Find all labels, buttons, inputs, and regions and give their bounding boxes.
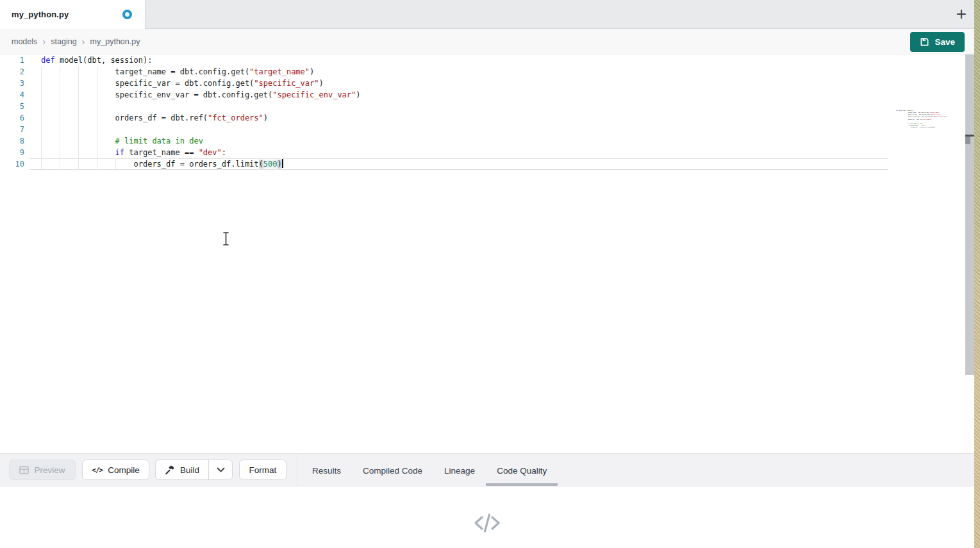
code-token: ) — [310, 67, 314, 76]
indent-guide — [41, 124, 42, 135]
indent-guide — [78, 89, 79, 101]
indent-guide — [97, 78, 97, 89]
code-token: ( — [259, 160, 263, 169]
code-token: ) — [277, 160, 281, 169]
build-button[interactable]: Build — [156, 460, 209, 479]
code-line[interactable]: 3 specific_var = dbt.config.get("specifi… — [0, 78, 974, 89]
indent-guide — [41, 112, 42, 124]
minimap[interactable]: def model(dbt, session): target_name = d… — [896, 110, 967, 161]
file-tab-my-python[interactable]: my_python.py — [0, 0, 145, 29]
code-token: if — [115, 148, 124, 157]
desktop-wallpaper-strip — [974, 0, 980, 548]
panel-tab-compiled-code[interactable]: Compiled Code — [352, 454, 433, 488]
indent-guide — [41, 158, 42, 170]
indent-guide — [97, 158, 97, 170]
panel-tab-lineage[interactable]: Lineage — [433, 454, 486, 488]
code-token: ) — [319, 79, 324, 88]
indent-guide — [60, 89, 60, 101]
breadcrumb-file[interactable]: my_python.py — [90, 37, 140, 46]
code-token: model(dbt, session): — [55, 56, 153, 65]
panel-tab-bar: ResultsCompiled CodeLineageCode Quality — [301, 454, 558, 488]
code-line[interactable]: 7 — [0, 124, 974, 135]
code-line[interactable]: 4 specific_env_var = dbt.config.get("spe… — [0, 89, 974, 101]
code-line[interactable]: 10 orders_df = orders_df.limit(500) — [0, 158, 974, 170]
line-number: 7 — [0, 124, 29, 135]
indent-guide — [78, 112, 79, 124]
indent-guide — [97, 147, 97, 158]
code-icon: </> — [92, 466, 103, 474]
code-token: "dev" — [199, 148, 222, 157]
code-token: "fct_orders" — [208, 113, 263, 122]
compile-button[interactable]: </> Compile — [82, 460, 149, 480]
code-token: "specific_env_var" — [272, 90, 356, 99]
indent-guide — [41, 101, 42, 112]
indent-guide — [115, 158, 116, 170]
indent-guide — [41, 147, 42, 158]
indent-guide — [78, 78, 79, 89]
editor-scrollbar-track[interactable] — [965, 54, 974, 453]
build-options-button[interactable] — [209, 460, 232, 479]
indent-guide — [97, 89, 97, 101]
indent-guide — [97, 101, 97, 112]
toolbar-divider — [297, 454, 297, 488]
code-line[interactable]: 5 — [0, 101, 974, 112]
save-button[interactable]: Save — [910, 32, 965, 52]
code-token: orders_df = dbt.ref( — [41, 113, 208, 122]
build-button-label: Build — [180, 465, 199, 475]
unsaved-dot-icon — [122, 10, 132, 19]
build-split-button: Build — [155, 460, 233, 480]
code-token: ) — [356, 90, 360, 99]
compile-button-label: Compile — [108, 465, 140, 475]
new-tab-button[interactable]: + — [951, 3, 972, 26]
ide-window: my_python.py + models › staging › my_pyt… — [0, 0, 974, 548]
indent-guide — [97, 135, 97, 147]
chevron-right-icon: › — [82, 37, 85, 46]
code-line[interactable]: 6 orders_df = dbt.ref("fct_orders") — [0, 112, 974, 124]
breadcrumb-models[interactable]: models — [12, 37, 37, 46]
code-token: "specific_var" — [254, 79, 319, 88]
code-token: # limit data in dev — [115, 137, 203, 145]
preview-button[interactable]: Preview — [9, 460, 76, 480]
text-caret — [282, 159, 283, 168]
code-token: "target_name" — [249, 67, 310, 76]
format-button[interactable]: Format — [239, 460, 287, 480]
code-line[interactable]: 1def model(dbt, session): — [0, 54, 974, 66]
code-token: ) — [263, 113, 268, 122]
indent-guide — [97, 66, 97, 78]
chevron-right-icon: › — [42, 37, 46, 46]
line-number: 2 — [0, 66, 29, 78]
minimap-content: def model(dbt, session): target_name = d… — [896, 110, 963, 128]
code-token: 500 — [263, 160, 278, 169]
minimap-line: orders_df = orders_df.limit(500) — [896, 126, 963, 128]
indent-guide — [60, 147, 60, 158]
code-line[interactable]: 9 if target_name == "dev": — [0, 147, 974, 158]
indent-guide — [97, 112, 97, 124]
line-number: 6 — [0, 112, 29, 124]
line-number: 4 — [0, 89, 29, 101]
code-token: def — [41, 56, 55, 65]
code-token: : — [222, 148, 226, 157]
indent-guide — [78, 124, 79, 135]
indent-guide — [78, 135, 79, 147]
indent-guide — [41, 89, 42, 101]
panel-tab-results[interactable]: Results — [301, 454, 352, 488]
panel-tab-code-quality[interactable]: Code Quality — [486, 454, 558, 488]
code-token: target_name == — [124, 148, 199, 157]
indent-guide — [41, 135, 42, 147]
dbt-cloud-ide: my_python.py + models › staging › my_pyt… — [0, 0, 980, 548]
indent-guide — [78, 147, 79, 158]
cursor-position-marker-block — [965, 137, 970, 144]
line-number: 5 — [0, 101, 29, 112]
code-line[interactable]: 2 target_name = dbt.config.get("target_n… — [0, 66, 974, 78]
line-number: 10 — [0, 158, 29, 170]
code-line[interactable]: 8 # limit data in dev — [0, 135, 974, 147]
file-tab-bar: my_python.py + — [0, 0, 974, 29]
floppy-disk-icon — [920, 37, 929, 47]
breadcrumb-staging[interactable]: staging — [51, 37, 76, 46]
code-token: specific_var = dbt.config.get( — [41, 79, 254, 88]
indent-guide — [60, 78, 60, 89]
editor-scrollbar-thumb[interactable] — [965, 54, 974, 375]
preview-button-label: Preview — [34, 465, 65, 475]
bottom-toolbar: Preview </> Compile Build — [0, 453, 974, 487]
code-editor[interactable]: 1def model(dbt, session):2 target_name =… — [0, 54, 974, 453]
